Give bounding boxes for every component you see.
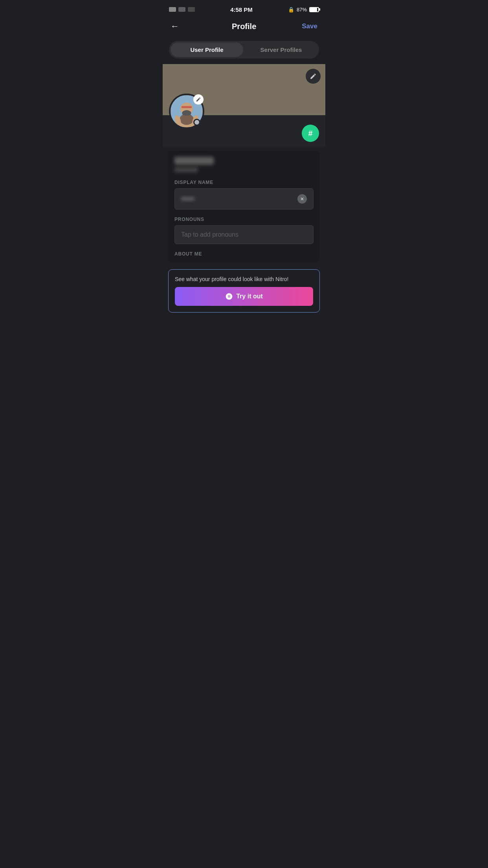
header: ← Profile Save bbox=[163, 17, 325, 37]
signal-bar-1 bbox=[169, 7, 176, 12]
nitro-try-label: Try it out bbox=[236, 293, 263, 300]
profile-card: DISPLAY NAME PRONOUNS ABOUT ME bbox=[168, 151, 320, 263]
pencil-icon bbox=[310, 73, 317, 80]
tab-server-profiles[interactable]: Server Profiles bbox=[245, 42, 317, 57]
nitro-badge-symbol: # bbox=[308, 129, 312, 138]
status-right: 🔒 87% bbox=[288, 7, 319, 13]
display-name-field[interactable] bbox=[174, 188, 314, 210]
tab-switch: User Profile Server Profiles bbox=[169, 41, 319, 59]
svg-rect-6 bbox=[182, 106, 192, 108]
clear-icon bbox=[300, 197, 305, 201]
about-me-label: ABOUT ME bbox=[174, 251, 314, 257]
profile-username bbox=[174, 157, 314, 165]
signal-bar-3 bbox=[188, 7, 195, 12]
status-bar: 4:58 PM 🔒 87% bbox=[163, 0, 325, 17]
username-blurred bbox=[174, 157, 214, 165]
avatar-edit-button[interactable] bbox=[193, 94, 204, 105]
battery-icon bbox=[309, 7, 319, 12]
tab-container: User Profile Server Profiles bbox=[163, 37, 325, 64]
svg-point-5 bbox=[182, 110, 191, 116]
banner-edit-button[interactable] bbox=[306, 69, 321, 84]
nitro-try-button[interactable]: Try it out bbox=[175, 287, 313, 306]
avatar-wrapper bbox=[169, 94, 204, 129]
pronouns-input[interactable] bbox=[181, 231, 307, 238]
nitro-banner: See what your profile could look like wi… bbox=[168, 269, 320, 313]
pronouns-field[interactable] bbox=[174, 225, 314, 244]
battery-percentage: 87% bbox=[297, 7, 307, 13]
save-button[interactable]: Save bbox=[302, 22, 317, 30]
status-time: 4:58 PM bbox=[230, 6, 253, 13]
nitro-badge[interactable]: # bbox=[302, 125, 319, 142]
display-name-label: DISPLAY NAME bbox=[174, 180, 314, 185]
page-title: Profile bbox=[232, 22, 256, 31]
back-button[interactable]: ← bbox=[171, 21, 186, 31]
display-name-input[interactable] bbox=[181, 195, 297, 202]
pronouns-label: PRONOUNS bbox=[174, 217, 314, 222]
battery-fill bbox=[310, 8, 317, 11]
signal-bar-2 bbox=[178, 7, 185, 12]
nitro-icon bbox=[225, 292, 233, 300]
username-tag-blurred bbox=[174, 167, 198, 173]
avatar-pencil-icon bbox=[196, 97, 201, 102]
signal-icons bbox=[169, 7, 195, 12]
tab-user-profile[interactable]: User Profile bbox=[171, 42, 243, 57]
lock-icon: 🔒 bbox=[288, 7, 294, 13]
status-dot bbox=[193, 119, 200, 126]
clear-display-name-button[interactable] bbox=[297, 194, 307, 204]
nitro-banner-text: See what your profile could look like wi… bbox=[175, 276, 313, 282]
avatar-area: # bbox=[163, 115, 325, 147]
